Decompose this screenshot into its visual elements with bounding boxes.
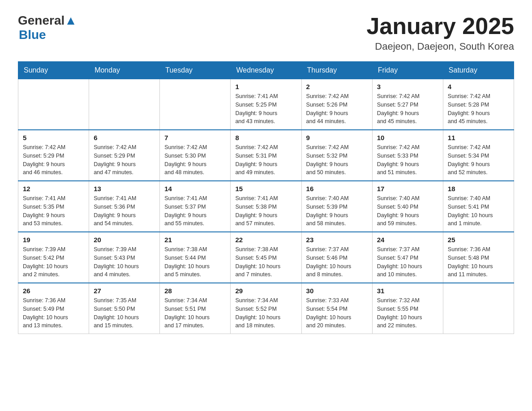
day-number: 18 [448,185,509,193]
day-number: 14 [164,185,226,193]
calendar-cell: 8Sunrise: 7:42 AM Sunset: 5:31 PM Daylig… [231,130,301,181]
day-number: 10 [377,134,438,141]
calendar-cell: 17Sunrise: 7:40 AM Sunset: 5:40 PM Dayli… [372,181,443,232]
day-info: Sunrise: 7:42 AM Sunset: 5:34 PM Dayligh… [448,143,509,177]
calendar-cell: 2Sunrise: 7:42 AM Sunset: 5:26 PM Daylig… [301,79,372,130]
calendar-cell [160,79,231,130]
calendar-cell [443,283,514,334]
day-info: Sunrise: 7:37 AM Sunset: 5:47 PM Dayligh… [377,245,438,279]
day-info: Sunrise: 7:32 AM Sunset: 5:55 PM Dayligh… [377,296,438,330]
calendar-cell [89,79,160,130]
day-number: 22 [235,236,296,244]
day-info: Sunrise: 7:42 AM Sunset: 5:29 PM Dayligh… [23,143,84,177]
day-info: Sunrise: 7:41 AM Sunset: 5:36 PM Dayligh… [94,194,155,228]
day-number: 17 [377,185,438,193]
calendar-cell: 24Sunrise: 7:37 AM Sunset: 5:47 PM Dayli… [372,232,443,283]
logo-triangle-icon: ▲ [64,13,77,27]
calendar-cell: 23Sunrise: 7:37 AM Sunset: 5:46 PM Dayli… [301,232,372,283]
day-number: 15 [235,185,296,193]
header-sunday: Sunday [18,62,89,79]
calendar-cell: 22Sunrise: 7:38 AM Sunset: 5:45 PM Dayli… [231,232,301,283]
header-saturday: Saturday [443,62,514,79]
day-number: 4 [448,83,509,90]
calendar-week-row-5: 26Sunrise: 7:36 AM Sunset: 5:49 PM Dayli… [18,283,514,334]
day-number: 28 [164,287,226,295]
day-info: Sunrise: 7:35 AM Sunset: 5:50 PM Dayligh… [94,296,155,330]
day-info: Sunrise: 7:42 AM Sunset: 5:28 PM Dayligh… [448,92,509,126]
header-tuesday: Tuesday [160,62,231,79]
day-info: Sunrise: 7:34 AM Sunset: 5:52 PM Dayligh… [235,296,296,330]
calendar-cell: 30Sunrise: 7:33 AM Sunset: 5:54 PM Dayli… [301,283,372,334]
calendar-table: Sunday Monday Tuesday Wednesday Thursday… [18,61,514,334]
day-number: 27 [94,287,155,295]
calendar-cell: 25Sunrise: 7:36 AM Sunset: 5:48 PM Dayli… [443,232,514,283]
day-number: 13 [94,185,155,193]
calendar-cell: 12Sunrise: 7:41 AM Sunset: 5:35 PM Dayli… [18,181,89,232]
calendar-cell: 27Sunrise: 7:35 AM Sunset: 5:50 PM Dayli… [89,283,160,334]
day-info: Sunrise: 7:41 AM Sunset: 5:38 PM Dayligh… [235,194,296,228]
logo-text: General▲ [18,13,77,28]
calendar-cell: 20Sunrise: 7:39 AM Sunset: 5:43 PM Dayli… [89,232,160,283]
calendar-week-row-4: 19Sunrise: 7:39 AM Sunset: 5:42 PM Dayli… [18,232,514,283]
day-number: 1 [235,83,296,90]
day-number: 11 [448,134,509,141]
calendar-cell: 13Sunrise: 7:41 AM Sunset: 5:36 PM Dayli… [89,181,160,232]
calendar-cell: 26Sunrise: 7:36 AM Sunset: 5:49 PM Dayli… [18,283,89,334]
calendar-cell: 5Sunrise: 7:42 AM Sunset: 5:29 PM Daylig… [18,130,89,181]
calendar-cell: 6Sunrise: 7:42 AM Sunset: 5:29 PM Daylig… [89,130,160,181]
day-number: 12 [23,185,84,193]
day-info: Sunrise: 7:40 AM Sunset: 5:40 PM Dayligh… [377,194,438,228]
day-number: 19 [23,236,84,244]
calendar-cell: 18Sunrise: 7:40 AM Sunset: 5:41 PM Dayli… [443,181,514,232]
day-number: 25 [448,236,509,244]
day-number: 6 [94,134,155,141]
day-number: 16 [306,185,368,193]
day-info: Sunrise: 7:40 AM Sunset: 5:39 PM Dayligh… [306,194,368,228]
day-number: 8 [235,134,296,141]
day-info: Sunrise: 7:41 AM Sunset: 5:37 PM Dayligh… [164,194,226,228]
day-info: Sunrise: 7:42 AM Sunset: 5:29 PM Dayligh… [94,143,155,177]
day-info: Sunrise: 7:33 AM Sunset: 5:54 PM Dayligh… [306,296,368,330]
day-info: Sunrise: 7:36 AM Sunset: 5:48 PM Dayligh… [448,245,509,279]
day-info: Sunrise: 7:42 AM Sunset: 5:32 PM Dayligh… [306,143,368,177]
calendar-cell: 4Sunrise: 7:42 AM Sunset: 5:28 PM Daylig… [443,79,514,130]
day-number: 30 [306,287,368,295]
calendar-cell: 14Sunrise: 7:41 AM Sunset: 5:37 PM Dayli… [160,181,231,232]
calendar-cell: 1Sunrise: 7:41 AM Sunset: 5:25 PM Daylig… [231,79,301,130]
day-info: Sunrise: 7:42 AM Sunset: 5:30 PM Dayligh… [164,143,226,177]
day-number: 5 [23,134,84,141]
day-number: 26 [23,287,84,295]
day-number: 9 [306,134,368,141]
header-wednesday: Wednesday [231,62,301,79]
day-info: Sunrise: 7:41 AM Sunset: 5:35 PM Dayligh… [23,194,84,228]
calendar-cell: 31Sunrise: 7:32 AM Sunset: 5:55 PM Dayli… [372,283,443,334]
day-number: 2 [306,83,368,90]
day-info: Sunrise: 7:42 AM Sunset: 5:31 PM Dayligh… [235,143,296,177]
day-number: 7 [164,134,226,141]
calendar-cell: 10Sunrise: 7:42 AM Sunset: 5:33 PM Dayli… [372,130,443,181]
day-number: 31 [377,287,438,295]
calendar-cell: 16Sunrise: 7:40 AM Sunset: 5:39 PM Dayli… [301,181,372,232]
calendar-cell: 11Sunrise: 7:42 AM Sunset: 5:34 PM Dayli… [443,130,514,181]
calendar-cell [18,79,89,130]
calendar-cell: 28Sunrise: 7:34 AM Sunset: 5:51 PM Dayli… [160,283,231,334]
calendar-title: January 2025 [366,13,514,39]
day-info: Sunrise: 7:36 AM Sunset: 5:49 PM Dayligh… [23,296,84,330]
day-number: 29 [235,287,296,295]
day-info: Sunrise: 7:39 AM Sunset: 5:42 PM Dayligh… [23,245,84,279]
day-number: 23 [306,236,368,244]
day-info: Sunrise: 7:34 AM Sunset: 5:51 PM Dayligh… [164,296,226,330]
calendar-cell: 3Sunrise: 7:42 AM Sunset: 5:27 PM Daylig… [372,79,443,130]
header-monday: Monday [89,62,160,79]
day-info: Sunrise: 7:40 AM Sunset: 5:41 PM Dayligh… [448,194,509,228]
logo-blue-text: Blue [19,28,46,42]
calendar-header-row: Sunday Monday Tuesday Wednesday Thursday… [18,62,514,79]
day-info: Sunrise: 7:37 AM Sunset: 5:46 PM Dayligh… [306,245,368,279]
day-number: 20 [94,236,155,244]
calendar-week-row-1: 1Sunrise: 7:41 AM Sunset: 5:25 PM Daylig… [18,79,514,130]
day-info: Sunrise: 7:41 AM Sunset: 5:25 PM Dayligh… [235,92,296,126]
day-number: 21 [164,236,226,244]
logo: General▲ Blue [18,13,77,42]
calendar-week-row-3: 12Sunrise: 7:41 AM Sunset: 5:35 PM Dayli… [18,181,514,232]
title-section: January 2025 Daejeon, Daejeon, South Kor… [366,13,514,52]
